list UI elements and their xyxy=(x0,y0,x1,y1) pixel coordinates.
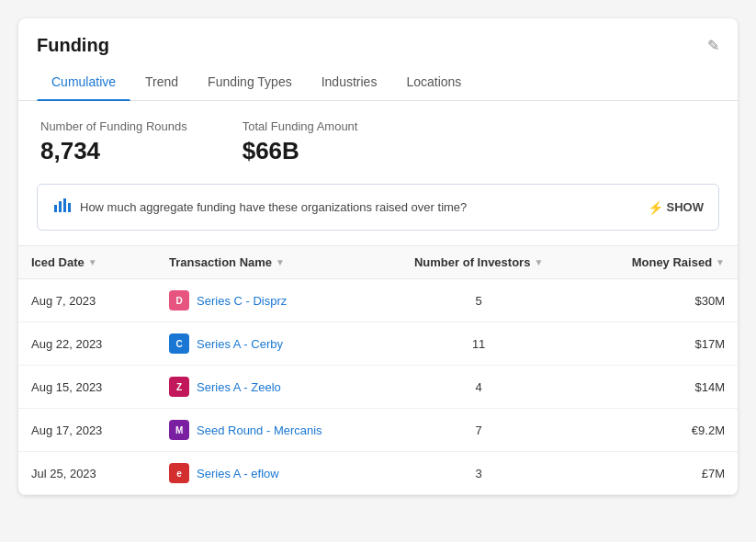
table-row: Aug 22, 2023 C Series A - Cerby 11 $17M xyxy=(18,322,738,366)
svg-rect-0 xyxy=(54,205,57,212)
stat-total-funding-value: $66B xyxy=(243,137,358,165)
banner-left: How much aggregate funding have these or… xyxy=(52,196,467,219)
cell-investors-2: 4 xyxy=(389,366,568,409)
cell-money-0: $30M xyxy=(568,279,738,322)
cell-transaction-2: Z Series A - Zeelo xyxy=(156,366,389,409)
cell-investors-4: 3 xyxy=(389,452,568,495)
table-row: Jul 25, 2023 e Series A - eflow 3 £7M xyxy=(18,452,738,495)
company-name-1[interactable]: Series A - Cerby xyxy=(197,337,283,351)
company-logo-4: e xyxy=(169,463,189,483)
funding-table-wrapper: Iced Date ▼ Transaction Name ▼ Number of… xyxy=(18,245,738,495)
tabs-container: Cumulative Trend Funding Types Industrie… xyxy=(18,63,738,101)
col-money-raised[interactable]: Money Raised ▼ xyxy=(568,246,738,279)
company-name-3[interactable]: Seed Round - Mercanis xyxy=(197,423,322,437)
company-name-2[interactable]: Series A - Zeelo xyxy=(197,380,281,394)
lightning-icon: ⚡ xyxy=(648,200,663,215)
col-iced-date[interactable]: Iced Date ▼ xyxy=(18,246,156,279)
stat-funding-rounds-value: 8,734 xyxy=(40,137,187,165)
show-label: SHOW xyxy=(667,200,704,214)
company-logo-1: C xyxy=(169,333,189,354)
edit-icon[interactable]: ✎ xyxy=(707,37,719,54)
company-name-0[interactable]: Series C - Disprz xyxy=(197,294,287,308)
cell-money-4: £7M xyxy=(568,452,738,495)
cell-date-1: Aug 22, 2023 xyxy=(18,322,156,366)
funding-card: Funding ✎ Cumulative Trend Funding Types… xyxy=(18,18,738,495)
cell-money-2: $14M xyxy=(568,366,738,409)
card-title: Funding xyxy=(37,35,109,56)
cell-date-2: Aug 15, 2023 xyxy=(18,366,156,409)
cell-date-0: Aug 7, 2023 xyxy=(18,279,156,322)
company-logo-2: Z xyxy=(169,377,189,397)
cell-money-3: €9.2M xyxy=(568,409,738,452)
stat-total-funding-label: Total Funding Amount xyxy=(243,119,358,133)
cell-transaction-0: D Series C - Disprz xyxy=(156,279,389,322)
tab-funding-types[interactable]: Funding Types xyxy=(193,63,307,100)
col-num-investors[interactable]: Number of Investors ▼ xyxy=(389,246,568,279)
tab-cumulative[interactable]: Cumulative xyxy=(37,63,130,100)
table-row: Aug 7, 2023 D Series C - Disprz 5 $30M xyxy=(18,279,738,322)
sort-icon-investors: ▼ xyxy=(534,257,543,267)
stats-row: Number of Funding Rounds 8,734 Total Fun… xyxy=(18,101,738,184)
cell-transaction-1: C Series A - Cerby xyxy=(156,322,389,366)
table-row: Aug 17, 2023 M Seed Round - Mercanis 7 €… xyxy=(18,409,738,452)
svg-rect-2 xyxy=(63,198,66,212)
bar-chart-icon xyxy=(52,196,71,219)
svg-rect-1 xyxy=(59,201,62,212)
funding-table: Iced Date ▼ Transaction Name ▼ Number of… xyxy=(18,245,738,495)
banner-text: How much aggregate funding have these or… xyxy=(80,200,467,214)
card-header: Funding ✎ xyxy=(18,18,738,56)
tab-trend[interactable]: Trend xyxy=(130,63,193,100)
tab-locations[interactable]: Locations xyxy=(391,63,476,100)
sort-icon-money: ▼ xyxy=(716,257,725,267)
cell-date-3: Aug 17, 2023 xyxy=(18,409,156,452)
cell-investors-1: 11 xyxy=(389,322,568,366)
sort-icon-date: ▼ xyxy=(88,257,97,267)
cell-money-1: $17M xyxy=(568,322,738,366)
cell-date-4: Jul 25, 2023 xyxy=(18,452,156,495)
company-logo-3: M xyxy=(169,420,189,440)
stat-total-funding: Total Funding Amount $66B xyxy=(243,119,358,165)
table-row: Aug 15, 2023 Z Series A - Zeelo 4 $14M xyxy=(18,366,738,409)
company-name-4[interactable]: Series A - eflow xyxy=(197,467,279,480)
svg-rect-3 xyxy=(68,203,71,212)
table-body: Aug 7, 2023 D Series C - Disprz 5 $30M A… xyxy=(18,279,738,495)
show-button[interactable]: ⚡ SHOW xyxy=(648,200,704,215)
stat-funding-rounds-label: Number of Funding Rounds xyxy=(40,119,187,133)
cell-transaction-4: e Series A - eflow xyxy=(156,452,389,495)
sort-icon-transaction: ▼ xyxy=(276,257,285,267)
company-logo-0: D xyxy=(169,290,189,311)
cell-investors-3: 7 xyxy=(389,409,568,452)
tab-industries[interactable]: Industries xyxy=(307,63,392,100)
table-header-row: Iced Date ▼ Transaction Name ▼ Number of… xyxy=(18,246,738,279)
cell-transaction-3: M Seed Round - Mercanis xyxy=(156,409,389,452)
info-banner: How much aggregate funding have these or… xyxy=(37,184,719,231)
cell-investors-0: 5 xyxy=(389,279,568,322)
col-transaction-name[interactable]: Transaction Name ▼ xyxy=(156,246,389,279)
stat-funding-rounds: Number of Funding Rounds 8,734 xyxy=(40,119,187,165)
